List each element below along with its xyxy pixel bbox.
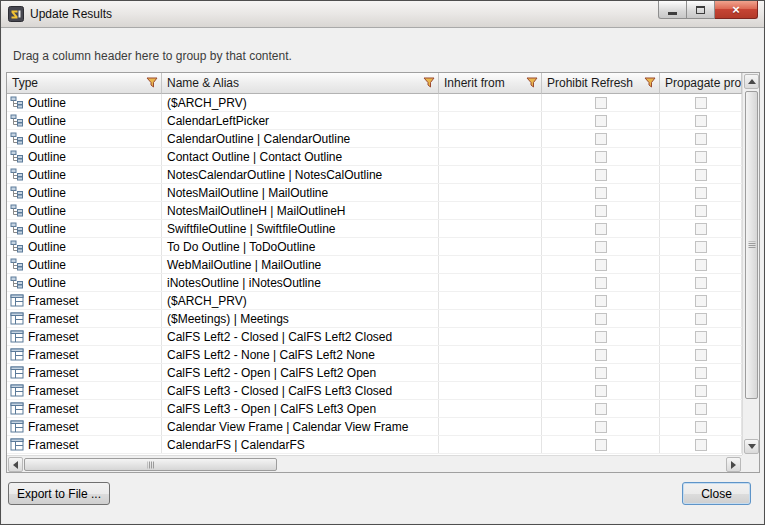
propagate-cell (660, 256, 742, 273)
scroll-down-button[interactable] (744, 439, 759, 454)
filter-icon[interactable] (423, 77, 436, 89)
propagate-checkbox[interactable] (695, 313, 707, 325)
prohibit-refresh-checkbox[interactable] (595, 331, 607, 343)
prohibit-refresh-checkbox[interactable] (595, 385, 607, 397)
export-to-file-button[interactable]: Export to File ... (8, 482, 110, 505)
propagate-checkbox[interactable] (695, 385, 707, 397)
name-alias-cell: NotesCalendarOutline | NotesCalOutline (162, 166, 439, 183)
propagate-checkbox[interactable] (695, 241, 707, 253)
table-row[interactable]: Frameset CalFS Left2 - Closed | CalFS Le… (7, 328, 742, 346)
propagate-checkbox[interactable] (695, 403, 707, 415)
prohibit-refresh-checkbox[interactable] (595, 367, 607, 379)
column-header[interactable]: Name & Alias (162, 73, 439, 94)
table-row[interactable]: Outline iNotesOutline | iNotesOutline (7, 274, 742, 292)
table-row[interactable]: Outline NotesMailOutline | MailOutline (7, 184, 742, 202)
table-row[interactable]: Frameset CalFS Left3 - Open | CalFS Left… (7, 400, 742, 418)
prohibit-refresh-checkbox[interactable] (595, 169, 607, 181)
table-row[interactable]: Outline To Do Outline | ToDoOutline (7, 238, 742, 256)
propagate-checkbox[interactable] (695, 97, 707, 109)
prohibit-refresh-checkbox[interactable] (595, 241, 607, 253)
table-row[interactable]: Frameset CalendarFS | CalendarFS (7, 436, 742, 454)
prohibit-refresh-checkbox[interactable] (595, 187, 607, 199)
propagate-checkbox[interactable] (695, 151, 707, 163)
propagate-checkbox[interactable] (695, 205, 707, 217)
propagate-checkbox[interactable] (695, 187, 707, 199)
type-cell-label: Outline (28, 222, 66, 236)
prohibit-refresh-checkbox[interactable] (595, 403, 607, 415)
column-header[interactable]: Prohibit Refresh (542, 73, 660, 94)
propagate-checkbox[interactable] (695, 133, 707, 145)
column-header[interactable]: Propagate pro (660, 73, 742, 94)
table-row[interactable]: Outline ($ARCH_PRV) (7, 94, 742, 112)
propagate-checkbox[interactable] (695, 439, 707, 451)
table-row[interactable]: Outline CalendarOutline | CalendarOutlin… (7, 130, 742, 148)
vertical-scrollbar[interactable] (742, 73, 759, 455)
propagate-checkbox[interactable] (695, 295, 707, 307)
table-row[interactable]: Frameset CalFS Left2 - None | CalFS Left… (7, 346, 742, 364)
filter-icon[interactable] (644, 77, 657, 89)
prohibit-refresh-checkbox[interactable] (595, 223, 607, 235)
table-row[interactable]: Frameset ($ARCH_PRV) (7, 292, 742, 310)
type-cell-label: Frameset (28, 294, 79, 308)
frameset-icon (10, 294, 24, 307)
column-header[interactable]: Type (7, 73, 162, 94)
prohibit-refresh-checkbox[interactable] (595, 313, 607, 325)
prohibit-refresh-checkbox[interactable] (595, 97, 607, 109)
column-header-label: Inherit from (444, 76, 505, 90)
propagate-checkbox[interactable] (695, 277, 707, 289)
minimize-button[interactable] (658, 1, 687, 19)
prohibit-refresh-checkbox[interactable] (595, 421, 607, 433)
type-cell-label: Outline (28, 186, 66, 200)
inherit-from-cell (439, 148, 542, 165)
prohibit-refresh-checkbox[interactable] (595, 133, 607, 145)
prohibit-refresh-checkbox[interactable] (595, 295, 607, 307)
table-row[interactable]: Frameset CalFS Left2 - Open | CalFS Left… (7, 364, 742, 382)
table-row[interactable]: Outline WebMailOutline | MailOutline (7, 256, 742, 274)
table-row[interactable]: Frameset ($Meetings) | Meetings (7, 310, 742, 328)
filter-icon[interactable] (146, 77, 159, 89)
table-row[interactable]: Frameset CalFS Left3 - Closed | CalFS Le… (7, 382, 742, 400)
inherit-from-cell (439, 346, 542, 363)
prohibit-refresh-checkbox[interactable] (595, 349, 607, 361)
propagate-cell (660, 238, 742, 255)
table-row[interactable]: Outline Contact Outline | Contact Outlin… (7, 148, 742, 166)
prohibit-refresh-checkbox[interactable] (595, 151, 607, 163)
propagate-checkbox[interactable] (695, 259, 707, 271)
horizontal-scrollbar[interactable] (7, 455, 742, 472)
prohibit-refresh-checkbox[interactable] (595, 205, 607, 217)
prohibit-refresh-checkbox[interactable] (595, 115, 607, 127)
propagate-checkbox[interactable] (695, 169, 707, 181)
prohibit-refresh-checkbox[interactable] (595, 277, 607, 289)
prohibit-refresh-cell (542, 112, 660, 129)
frameset-icon (10, 402, 24, 415)
name-alias-cell: NotesMailOutlineH | MailOutlineH (162, 202, 439, 219)
propagate-checkbox[interactable] (695, 349, 707, 361)
scroll-left-button[interactable] (8, 457, 23, 472)
table-row[interactable]: Outline NotesCalendarOutline | NotesCalO… (7, 166, 742, 184)
frameset-icon (10, 384, 24, 397)
type-cell-label: Frameset (28, 366, 79, 380)
titlebar[interactable]: Update Results × (1, 1, 764, 28)
filter-icon[interactable] (526, 77, 539, 89)
table-row[interactable]: Outline NotesMailOutlineH | MailOutlineH (7, 202, 742, 220)
propagate-checkbox[interactable] (695, 421, 707, 433)
prohibit-refresh-checkbox[interactable] (595, 439, 607, 451)
scroll-up-button[interactable] (744, 74, 759, 89)
maximize-button[interactable] (687, 1, 715, 19)
inherit-from-cell (439, 328, 542, 345)
type-cell: Outline (7, 184, 162, 201)
propagate-checkbox[interactable] (695, 367, 707, 379)
table-row[interactable]: Frameset Calendar View Frame | Calendar … (7, 418, 742, 436)
table-row[interactable]: Outline CalendarLeftPicker (7, 112, 742, 130)
prohibit-refresh-checkbox[interactable] (595, 259, 607, 271)
close-button[interactable]: Close (682, 482, 751, 505)
table-row[interactable]: Outline SwiftfileOutline | SwiftfileOutl… (7, 220, 742, 238)
scroll-right-button[interactable] (726, 457, 741, 472)
propagate-checkbox[interactable] (695, 331, 707, 343)
column-header[interactable]: Inherit from (439, 73, 542, 94)
horizontal-scrollbar-thumb[interactable] (24, 458, 277, 471)
propagate-checkbox[interactable] (695, 223, 707, 235)
propagate-checkbox[interactable] (695, 115, 707, 127)
vertical-scrollbar-thumb[interactable] (745, 91, 758, 399)
close-window-button[interactable]: × (715, 1, 758, 19)
